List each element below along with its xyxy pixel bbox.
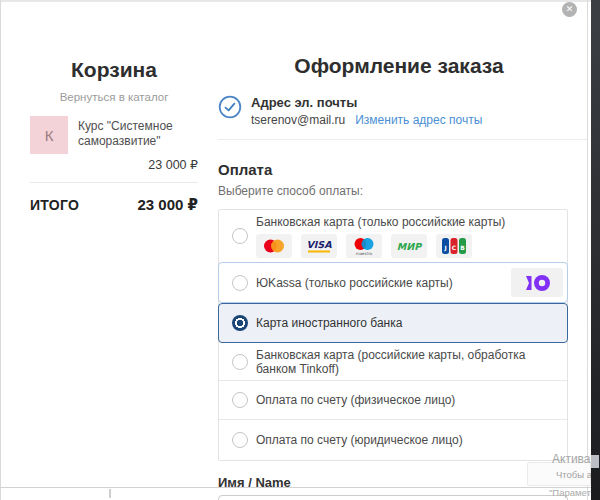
cart-item: К Курс "Системное саморазвитие" bbox=[30, 116, 198, 154]
radio-unselected[interactable] bbox=[232, 392, 248, 408]
yookassa-icon bbox=[511, 268, 563, 297]
svg-text:МИР: МИР bbox=[397, 240, 423, 251]
cart-divider bbox=[30, 182, 198, 183]
checkout-title: Оформление заказа bbox=[218, 54, 580, 78]
close-icon[interactable]: ✕ bbox=[562, 2, 577, 17]
total-value: 23 000 ₽ bbox=[138, 196, 198, 214]
option-foreign-card[interactable]: Карта иностранного банка bbox=[218, 303, 568, 343]
svg-text:J: J bbox=[443, 244, 446, 252]
course-thumbnail: К bbox=[30, 116, 68, 154]
option-invoice-individual[interactable]: Оплата по счету (физическое лицо) bbox=[219, 381, 567, 420]
option-yookassa[interactable]: ЮKassa (только российские карты) bbox=[218, 262, 568, 303]
cart-title: Корзина bbox=[30, 58, 198, 82]
desktop-edge-strip bbox=[591, 0, 600, 500]
svg-text:maestro: maestro bbox=[356, 250, 373, 255]
checkout-panel: Оформление заказа Адрес эл. почты tseren… bbox=[218, 0, 588, 500]
maestro-icon: maestro bbox=[346, 234, 382, 258]
jcb-icon: J C B bbox=[436, 234, 472, 258]
payment-options-list: Банковская карта (только российские карт… bbox=[218, 209, 568, 461]
option-label: Банковская карта (российские карты, обра… bbox=[256, 348, 567, 376]
email-label: Адрес эл. почты bbox=[251, 95, 482, 110]
course-name-line1: Курс "Системное bbox=[78, 119, 173, 134]
email-line: tserenov@mail.ruИзменить адрес почты bbox=[251, 113, 482, 127]
email-value: tserenov@mail.ru bbox=[251, 113, 345, 127]
option-tinkoff[interactable]: Банковская карта (российские карты, обра… bbox=[219, 343, 567, 381]
change-email-link[interactable]: Изменить адрес почты bbox=[355, 113, 482, 127]
visa-icon: VISA bbox=[301, 234, 337, 258]
option-invoice-legal[interactable]: Оплата по счету (юридическое лицо) bbox=[219, 420, 567, 460]
radio-unselected[interactable] bbox=[232, 228, 248, 244]
option-label: Оплата по счету (физическое лицо) bbox=[256, 393, 567, 407]
option-label: Карта иностранного банка bbox=[256, 316, 567, 330]
card-logos-row: VISA maestro МИР bbox=[256, 234, 567, 258]
email-text-block: Адрес эл. почты tserenov@mail.ruИзменить… bbox=[251, 95, 482, 127]
svg-text:C: C bbox=[452, 244, 457, 251]
mir-icon: МИР bbox=[391, 234, 427, 258]
option-label: ЮKassa (только российские карты) bbox=[256, 276, 453, 290]
total-label: ИТОГО bbox=[30, 197, 79, 213]
cart-total-row: ИТОГО 23 000 ₽ bbox=[30, 196, 198, 214]
email-section: Адрес эл. почты tserenov@mail.ruИзменить… bbox=[218, 95, 588, 127]
scrollbar-tick bbox=[109, 489, 111, 498]
back-to-catalog-link[interactable]: Вернуться в каталог bbox=[30, 91, 198, 103]
cart-panel: Корзина Вернуться в каталог К Курс "Сист… bbox=[30, 0, 198, 214]
course-price: 23 000 ₽ bbox=[30, 157, 198, 172]
radio-unselected[interactable] bbox=[232, 432, 248, 448]
svg-text:VISA: VISA bbox=[306, 239, 332, 250]
svg-text:B: B bbox=[460, 244, 465, 251]
section-divider bbox=[218, 139, 587, 140]
radio-unselected[interactable] bbox=[232, 275, 248, 291]
modal-bottom-edge bbox=[0, 487, 591, 488]
radio-selected[interactable] bbox=[232, 315, 248, 331]
check-circle-icon bbox=[218, 95, 242, 127]
option-label: Банковская карта (только российские карт… bbox=[256, 215, 567, 229]
modal-left-edge bbox=[0, 0, 1, 500]
radio-unselected[interactable] bbox=[232, 354, 248, 370]
payment-heading: Оплата bbox=[218, 161, 588, 178]
payment-subheading: Выберите способ оплаты: bbox=[218, 184, 588, 198]
strip-notch bbox=[591, 455, 599, 468]
option-bank-card-russian[interactable]: Банковская карта (только российские карт… bbox=[219, 210, 567, 262]
name-input[interactable] bbox=[218, 495, 568, 500]
option-label: Оплата по счету (юридическое лицо) bbox=[256, 433, 567, 447]
mastercard-icon bbox=[256, 234, 292, 258]
course-name: Курс "Системное саморазвитие" bbox=[78, 116, 173, 154]
course-name-line2: саморазвитие" bbox=[78, 134, 173, 149]
